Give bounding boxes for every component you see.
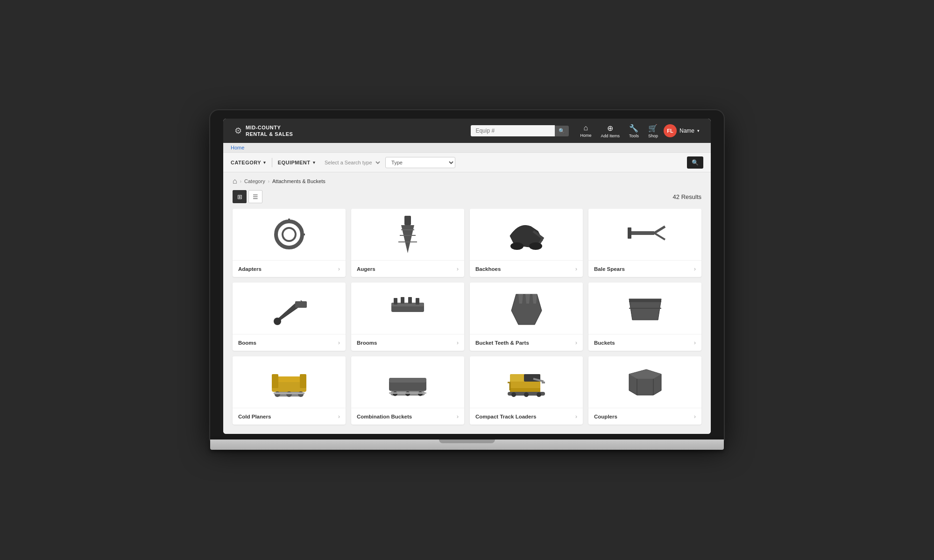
product-arrow-brooms: ›	[457, 339, 459, 346]
product-image-booms	[233, 283, 346, 334]
product-image-augers	[351, 209, 464, 260]
screen-bezel: ⚙ MID-COUNTY RENTAL & SALES 🔍 ⌂ Home	[210, 110, 724, 439]
product-footer-augers: Augers ›	[351, 260, 464, 277]
svg-rect-22	[416, 298, 419, 305]
product-image-cold-planers	[233, 356, 346, 408]
product-card-buckets[interactable]: Buckets ›	[588, 283, 701, 351]
content-area: ⌂ › Category › Attachments & Buckets ⊞ ☰…	[223, 172, 711, 434]
product-card-bale-spears[interactable]: Bale Spears ›	[588, 209, 701, 277]
breadcrumb-home-icon[interactable]: ⌂	[233, 177, 237, 185]
product-image-backhoes	[470, 209, 583, 260]
grid-view-button[interactable]: ⊞	[233, 190, 247, 203]
username-label: Name	[679, 128, 694, 134]
laptop-frame: ⚙ MID-COUNTY RENTAL & SALES 🔍 ⌂ Home	[210, 110, 724, 450]
filter-search-area: Select a Search type Type	[321, 157, 681, 168]
add-items-icon: ⊕	[607, 124, 613, 133]
breadcrumb-category-link[interactable]: Category	[244, 178, 265, 184]
equipment-label: EQUIPMENT	[278, 160, 311, 165]
filter-search-button[interactable]: 🔍	[687, 156, 703, 169]
product-label-couplers: Couplers	[594, 414, 617, 419]
svg-line-13	[654, 233, 665, 240]
product-image-bucket-teeth	[470, 283, 583, 334]
product-card-brooms[interactable]: Brooms ›	[351, 283, 464, 351]
nav-add-items[interactable]: ⊕ Add Items	[601, 124, 620, 138]
list-view-button[interactable]: ☰	[248, 190, 262, 203]
product-label-buckets: Buckets	[594, 340, 615, 346]
product-footer-compact-track-loaders: Compact Track Loaders ›	[470, 408, 583, 425]
user-avatar: FL	[664, 124, 677, 137]
nav-actions: ⌂ Home ⊕ Add Items 🔧 Tools 🛒 Shop	[580, 124, 658, 138]
tools-icon: 🔧	[629, 124, 638, 133]
nav-shop[interactable]: 🛒 Shop	[648, 124, 658, 138]
product-footer-bale-spears: Bale Spears ›	[588, 260, 701, 277]
product-card-compact-track-loaders[interactable]: Compact Track Loaders ›	[470, 356, 583, 425]
product-footer-backhoes: Backhoes ›	[470, 260, 583, 277]
product-footer-adapters: Adapters ›	[233, 260, 346, 277]
product-card-cold-planers[interactable]: Cold Planers ›	[233, 356, 346, 425]
results-row: ⊞ ☰ 42 Results	[233, 190, 701, 203]
nav-logo[interactable]: ⚙ MID-COUNTY RENTAL & SALES	[234, 124, 293, 138]
nav-add-items-label: Add Items	[601, 134, 620, 138]
product-card-booms[interactable]: Booms ›	[233, 283, 346, 351]
product-image-compact-track-loaders	[470, 356, 583, 408]
svg-point-15	[274, 318, 281, 325]
equipment-chevron-icon: ▾	[313, 160, 316, 165]
product-footer-couplers: Couplers ›	[588, 408, 701, 425]
equipment-dropdown[interactable]: EQUIPMENT ▾	[278, 160, 315, 165]
nav-home[interactable]: ⌂ Home	[580, 124, 591, 138]
product-grid: Adapters ›	[233, 209, 701, 425]
product-arrow-booms: ›	[338, 339, 340, 346]
home-link[interactable]: Home	[231, 145, 244, 150]
breadcrumb-sep-1: ›	[240, 179, 241, 184]
svg-point-9	[510, 242, 524, 250]
product-image-adapters	[233, 209, 346, 260]
category-label: CATEGORY	[231, 160, 261, 165]
breadcrumb: ⌂ › Category › Attachments & Buckets	[233, 177, 701, 185]
product-footer-combination-buckets: Combination Buckets ›	[351, 408, 464, 425]
svg-rect-16	[295, 301, 307, 308]
product-arrow-augers: ›	[457, 265, 459, 272]
logo-text: MID-COUNTY RENTAL & SALES	[246, 124, 293, 138]
product-card-combination-buckets[interactable]: Combination Buckets ›	[351, 356, 464, 425]
nav-shop-label: Shop	[648, 134, 658, 138]
svg-rect-14	[628, 227, 631, 239]
svg-rect-21	[408, 297, 412, 304]
product-label-brooms: Brooms	[357, 340, 377, 346]
product-label-backhoes: Backhoes	[475, 266, 501, 272]
search-input[interactable]	[471, 125, 555, 136]
product-label-compact-track-loaders: Compact Track Loaders	[475, 414, 536, 419]
product-card-augers[interactable]: Augers ›	[351, 209, 464, 277]
svg-rect-19	[394, 298, 397, 305]
nav-tools[interactable]: 🔧 Tools	[629, 124, 639, 138]
search-button[interactable]: 🔍	[555, 126, 569, 136]
nav-home-label: Home	[580, 133, 591, 138]
product-label-adapters: Adapters	[238, 266, 262, 272]
product-footer-brooms: Brooms ›	[351, 334, 464, 351]
product-label-bale-spears: Bale Spears	[594, 266, 625, 272]
product-arrow-backhoes: ›	[575, 265, 577, 272]
product-arrow-cold-planers: ›	[338, 413, 340, 420]
svg-rect-20	[401, 297, 404, 304]
product-label-cold-planers: Cold Planers	[238, 414, 271, 419]
category-chevron-icon: ▾	[263, 160, 266, 165]
product-arrow-combination-buckets: ›	[457, 413, 459, 420]
product-card-adapters[interactable]: Adapters ›	[233, 209, 346, 277]
category-dropdown[interactable]: CATEGORY ▾	[231, 160, 266, 165]
filter-bar: CATEGORY ▾ EQUIPMENT ▾ Select a Search t…	[223, 153, 711, 172]
laptop-base	[210, 439, 724, 450]
product-card-bucket-teeth[interactable]: Bucket Teeth & Parts ›	[470, 283, 583, 351]
product-arrow-bale-spears: ›	[694, 265, 696, 272]
product-image-bale-spears	[588, 209, 701, 260]
product-label-booms: Booms	[238, 340, 256, 346]
product-image-combination-buckets	[351, 356, 464, 408]
product-card-backhoes[interactable]: Backhoes ›	[470, 209, 583, 277]
svg-rect-43	[389, 392, 426, 394]
search-type-select[interactable]: Select a Search type	[321, 157, 382, 168]
product-label-augers: Augers	[357, 266, 375, 272]
type-select[interactable]: Type	[385, 157, 455, 168]
user-menu[interactable]: FL Name ▾	[664, 124, 700, 137]
product-card-couplers[interactable]: Couplers ›	[588, 356, 701, 425]
shop-icon: 🛒	[648, 124, 658, 133]
breadcrumb-sep-2: ›	[268, 179, 269, 184]
screen: ⚙ MID-COUNTY RENTAL & SALES 🔍 ⌂ Home	[223, 119, 711, 434]
